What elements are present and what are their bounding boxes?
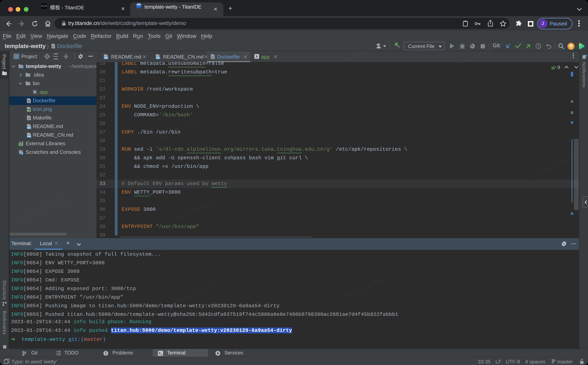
svg-text:MD: MD (104, 57, 107, 59)
svg-text:</>: </> (137, 4, 141, 6)
svg-text:MD: MD (28, 127, 31, 129)
svg-text:MD: MD (28, 135, 31, 138)
svg-text:MD: MD (156, 57, 159, 59)
